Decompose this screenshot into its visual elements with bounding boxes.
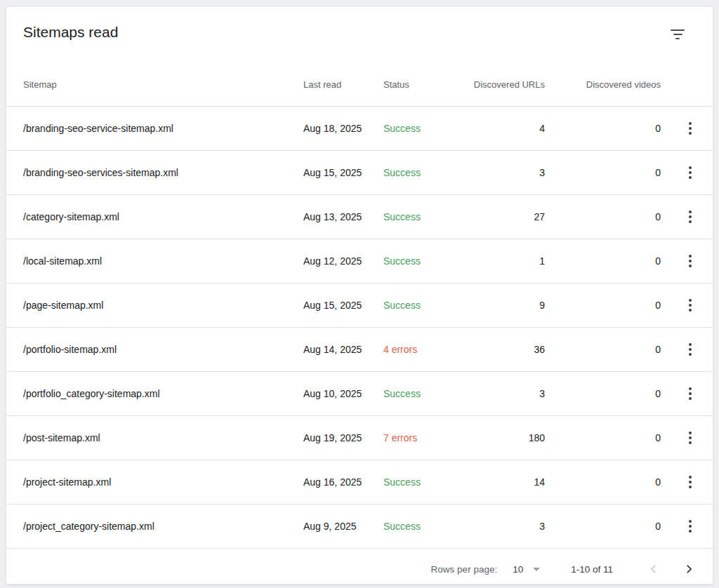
row-menu-button[interactable] (679, 468, 696, 496)
row-menu-button[interactable] (679, 203, 696, 231)
caret-down-icon (533, 568, 540, 571)
table-row[interactable]: /portfolio_category-sitemap.xml Aug 10, … (6, 372, 713, 416)
sitemap-cell: /branding-seo-service-sitemap.xml (23, 123, 303, 134)
row-menu-cell (661, 380, 696, 408)
table-row[interactable]: /project_category-sitemap.xml Aug 9, 202… (6, 505, 713, 549)
status-cell: 7 errors (383, 432, 454, 443)
table-row[interactable]: /local-sitemap.xml Aug 12, 2025 Success … (6, 239, 713, 283)
discovered-urls-cell: 1 (454, 255, 545, 267)
row-menu-button[interactable] (679, 335, 696, 363)
sitemap-cell: /post-sitemap.xml (23, 432, 303, 443)
discovered-videos-cell: 0 (545, 388, 661, 399)
row-menu-cell (661, 468, 696, 496)
card-header: Sitemaps read (6, 7, 713, 62)
filter-list-icon (671, 29, 685, 39)
status-cell: Success (383, 255, 454, 267)
kebab-menu-icon (689, 255, 692, 267)
sitemaps-read-card: Sitemaps read Sitemap Last read Status D… (6, 6, 713, 584)
sitemap-cell: /local-sitemap.xml (23, 255, 303, 267)
status-cell: Success (383, 521, 454, 532)
status-cell: Success (383, 211, 454, 222)
kebab-menu-icon (689, 166, 692, 179)
rows-per-page-select[interactable]: 10 (513, 564, 540, 575)
rows-per-page-value: 10 (513, 564, 523, 575)
status-cell: Success (383, 167, 454, 178)
chevron-right-icon (682, 563, 695, 575)
last-read-cell: Aug 15, 2025 (303, 300, 383, 311)
last-read-cell: Aug 15, 2025 (303, 167, 383, 178)
kebab-menu-icon (689, 432, 692, 444)
status-cell: Success (383, 300, 454, 311)
next-page-button[interactable] (680, 561, 697, 577)
row-menu-button[interactable] (679, 424, 696, 452)
kebab-menu-icon (689, 343, 692, 356)
kebab-menu-icon (689, 476, 692, 488)
last-read-cell: Aug 18, 2025 (303, 123, 383, 134)
row-menu-button[interactable] (679, 114, 696, 142)
column-header-discovered-urls[interactable]: Discovered URLs (454, 79, 545, 90)
status-cell: Success (383, 123, 454, 134)
table-row[interactable]: /project-sitemap.xml Aug 16, 2025 Succes… (6, 460, 713, 505)
row-menu-cell (661, 335, 696, 363)
page-title: Sitemaps read (23, 24, 118, 41)
table-row[interactable]: /branding-seo-service-sitemap.xml Aug 18… (6, 107, 713, 151)
last-read-cell: Aug 9, 2025 (303, 521, 383, 532)
discovered-videos-cell: 0 (545, 211, 661, 222)
last-read-cell: Aug 19, 2025 (303, 432, 383, 443)
row-menu-button[interactable] (679, 291, 696, 319)
row-menu-cell (661, 424, 696, 452)
column-header-status[interactable]: Status (383, 79, 454, 90)
row-menu-button[interactable] (679, 159, 696, 187)
last-read-cell: Aug 16, 2025 (303, 476, 383, 488)
discovered-urls-cell: 3 (454, 167, 545, 178)
status-cell: 4 errors (383, 344, 454, 355)
discovered-videos-cell: 0 (545, 344, 661, 355)
column-header-last-read[interactable]: Last read (303, 79, 383, 90)
table-row[interactable]: /branding-seo-services-sitemap.xml Aug 1… (6, 151, 713, 195)
discovered-videos-cell: 0 (545, 123, 661, 134)
pagination-bar: Rows per page: 10 1-10 of 11 (6, 549, 713, 584)
discovered-videos-cell: 0 (545, 521, 661, 532)
table-header-row: Sitemap Last read Status Discovered URLs… (6, 62, 713, 107)
column-header-discovered-videos[interactable]: Discovered videos (545, 79, 661, 90)
kebab-menu-icon (689, 387, 692, 400)
discovered-urls-cell: 36 (454, 344, 545, 355)
row-menu-button[interactable] (679, 247, 696, 275)
status-cell: Success (383, 388, 454, 399)
previous-page-button[interactable] (645, 561, 662, 577)
sitemap-cell: /category-sitemap.xml (23, 211, 303, 222)
status-cell: Success (383, 476, 454, 488)
table-row[interactable]: /post-sitemap.xml Aug 19, 2025 7 errors … (6, 416, 713, 460)
column-header-sitemap[interactable]: Sitemap (23, 79, 303, 90)
row-menu-cell (661, 159, 696, 187)
discovered-urls-cell: 9 (454, 300, 545, 311)
rows-per-page-label: Rows per page: (431, 564, 498, 575)
page-range-label: 1-10 of 11 (571, 564, 613, 575)
last-read-cell: Aug 14, 2025 (303, 344, 383, 355)
table-row[interactable]: /page-sitemap.xml Aug 15, 2025 Success 9… (6, 283, 713, 328)
kebab-menu-icon (689, 122, 692, 135)
table-row[interactable]: /category-sitemap.xml Aug 13, 2025 Succe… (6, 195, 713, 239)
sitemap-cell: /portfolio_category-sitemap.xml (23, 388, 303, 399)
kebab-menu-icon (689, 211, 692, 223)
filter-button[interactable] (668, 25, 687, 42)
sitemap-cell: /project_category-sitemap.xml (23, 521, 303, 532)
discovered-urls-cell: 3 (454, 521, 545, 532)
last-read-cell: Aug 13, 2025 (303, 211, 383, 222)
discovered-urls-cell: 14 (454, 476, 545, 488)
row-menu-cell (661, 247, 696, 275)
discovered-videos-cell: 0 (545, 167, 661, 178)
row-menu-cell (661, 291, 696, 319)
row-menu-button[interactable] (679, 380, 696, 408)
table-row[interactable]: /portfolio-sitemap.xml Aug 14, 2025 4 er… (6, 328, 713, 372)
row-menu-button[interactable] (679, 512, 696, 540)
last-read-cell: Aug 12, 2025 (303, 255, 383, 267)
discovered-urls-cell: 27 (454, 211, 545, 222)
discovered-urls-cell: 180 (454, 432, 545, 443)
row-menu-cell (661, 512, 696, 540)
sitemap-cell: /page-sitemap.xml (23, 300, 303, 311)
discovered-videos-cell: 0 (545, 432, 661, 443)
row-menu-cell (661, 114, 696, 142)
discovered-videos-cell: 0 (545, 255, 661, 267)
discovered-videos-cell: 0 (545, 476, 661, 488)
